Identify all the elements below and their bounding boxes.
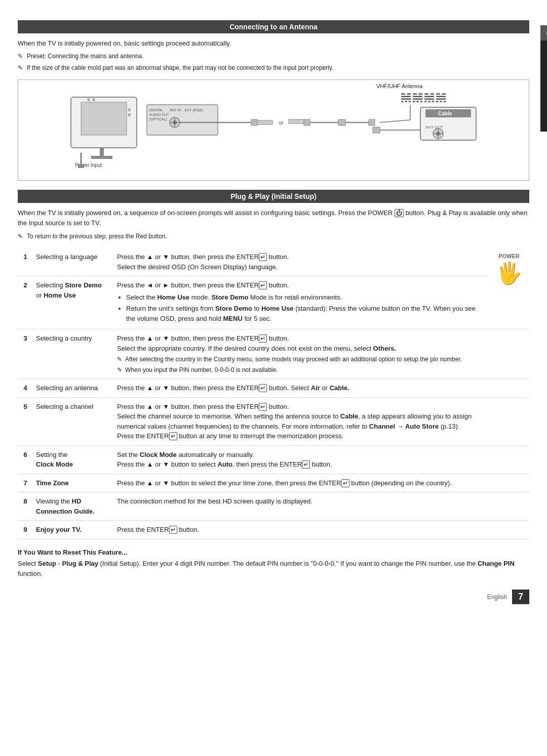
svg-rect-25: [289, 119, 304, 123]
step-2-title: Selecting Store Demoor Home Use: [33, 276, 114, 329]
step-3-desc: Press the ▲ or ▼ button, then press the …: [114, 329, 489, 379]
step-8-desc: The connection method for the best HD sc…: [114, 492, 489, 521]
svg-rect-26: [304, 119, 310, 125]
svg-rect-30: [369, 119, 375, 125]
plug-play-intro: When the TV is initially powered on, a s…: [18, 208, 529, 229]
svg-line-33: [380, 120, 410, 122]
reset-section: If You Want to Reset This Feature... Sel…: [18, 549, 529, 580]
svg-text:or: or: [279, 119, 284, 125]
antenna-diagram: VHF/UHF Antenna Power Input DIGITAL AUDI…: [18, 79, 529, 181]
svg-text:Cable: Cable: [438, 111, 452, 116]
step-9-row: 9 Enjoy your TV. Press the ENTER↵ button…: [18, 521, 529, 539]
svg-text:𝌣𝌣𝌣𝌣: 𝌣𝌣𝌣𝌣: [400, 91, 447, 105]
power-icon-area: POWER 🖐: [489, 248, 529, 329]
step-9-desc: Press the ENTER↵ button.: [114, 521, 489, 539]
step-4-row: 4 Selecting an antenna Press the ▲ or ▼ …: [18, 379, 529, 398]
svg-text:ANT IN: ANT IN: [170, 108, 181, 112]
step-1-desc: Press the ▲ or ▼ button, then press the …: [114, 248, 489, 276]
step-5-num: 5: [18, 397, 33, 445]
step-7-num: 7: [18, 474, 33, 492]
step-5-row: 5 Selecting a channel Press the ▲ or ▼ b…: [18, 397, 529, 445]
step-4-num: 4: [18, 379, 33, 398]
step-3-title: Selecting a country: [33, 329, 114, 379]
reset-text: Select Setup - Plug & Play (Initial Setu…: [18, 559, 529, 580]
step-7-row: 7 Time Zone Press the ▲ or ▼ button to s…: [18, 474, 529, 492]
section-label: Getting Started: [540, 40, 547, 132]
footer-language: English: [487, 594, 507, 601]
step-5-title: Selecting a channel: [33, 397, 114, 445]
svg-rect-23: [257, 120, 272, 124]
svg-rect-7: [91, 156, 112, 159]
svg-rect-1: [81, 102, 127, 135]
page-footer: English 7: [18, 590, 529, 604]
step-3-row: 3 Selecting a country Press the ▲ or ▼ b…: [18, 329, 529, 379]
section-number: 01: [540, 25, 547, 41]
step-2-row: 2 Selecting Store Demoor Home Use Press …: [18, 276, 529, 329]
svg-point-5: [128, 113, 131, 116]
step-6-title: Setting theClock Mode: [33, 445, 114, 474]
svg-point-4: [128, 108, 131, 111]
step-8-num: 8: [18, 492, 33, 521]
svg-point-3: [92, 98, 95, 101]
antenna-intro: When the TV is initially powered on, bas…: [18, 38, 529, 49]
svg-text:AUDIO OUT: AUDIO OUT: [149, 113, 170, 116]
antenna-note2: If the size of the cable mold part was a…: [18, 63, 529, 72]
reset-title: If You Want to Reset This Feature...: [18, 549, 529, 556]
svg-text:(OPTICAL): (OPTICAL): [149, 117, 167, 121]
step-6-row: 6 Setting theClock Mode Set the Clock Mo…: [18, 445, 529, 474]
step-7-title: Time Zone: [33, 474, 114, 492]
plug-play-header: Plug & Play (Initial Setup): [18, 190, 529, 203]
antenna-section-header: Connecting to an Antenna: [18, 20, 529, 33]
svg-rect-6: [100, 148, 104, 156]
step-9-title: Enjoy your TV.: [33, 521, 114, 539]
plug-play-section: Plug & Play (Initial Setup) When the TV …: [18, 190, 529, 605]
svg-rect-28: [338, 119, 345, 125]
step-1-num: 1: [18, 248, 33, 276]
step-9-num: 9: [18, 521, 33, 539]
step-3-num: 3: [18, 329, 33, 379]
svg-rect-22: [251, 119, 257, 125]
plug-play-note: To return to the previous step, press th…: [18, 232, 529, 241]
vhf-label: VHF/UHF Antenna: [376, 83, 422, 89]
svg-point-2: [87, 98, 90, 101]
step-6-desc: Set the Clock Mode automatically or manu…: [114, 445, 489, 474]
antenna-note1: Preset: Connecting the mains and antenna…: [18, 52, 529, 61]
step-5-desc: Press the ▲ or ▼ button, then press the …: [114, 397, 489, 445]
svg-text:DIGITAL: DIGITAL: [149, 108, 163, 112]
step-1-title: Selecting a language: [33, 248, 114, 276]
step-7-desc: Press the ▲ or ▼ button to select the yo…: [114, 474, 489, 492]
svg-text:EXT (RGB): EXT (RGB): [185, 108, 203, 112]
footer-page-number: 7: [512, 590, 529, 604]
steps-table: 1 Selecting a language Press the ▲ or ▼ …: [18, 248, 529, 539]
step-8-row: 8 Viewing the HDConnection Guide. The co…: [18, 492, 529, 521]
step-2-num: 2: [18, 276, 33, 329]
step-2-desc: Press the ◄ or ► button, then press the …: [114, 276, 489, 329]
step-1-row: 1 Selecting a language Press the ▲ or ▼ …: [18, 248, 529, 276]
step-6-num: 6: [18, 445, 33, 474]
antenna-diagram-svg: Power Input DIGITAL AUDIO OUT (OPTICAL) …: [28, 87, 519, 173]
step-4-title: Selecting an antenna: [33, 379, 114, 398]
step-8-title: Viewing the HDConnection Guide.: [33, 492, 114, 521]
svg-rect-43: [373, 127, 380, 133]
svg-rect-10: [78, 164, 84, 168]
step-4-desc: Press the ▲ or ▼ button, then press the …: [114, 379, 489, 398]
